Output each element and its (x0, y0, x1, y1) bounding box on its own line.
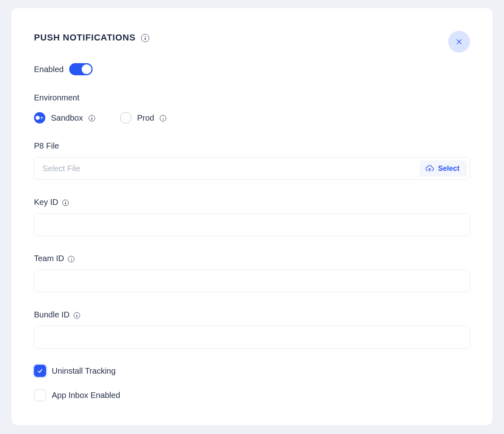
info-icon[interactable] (89, 115, 95, 121)
radio-sandbox-label: Sandbox (51, 113, 83, 123)
enabled-label: Enabled (34, 65, 64, 74)
info-icon[interactable] (68, 256, 74, 262)
teamid-input[interactable] (34, 270, 470, 292)
p8file-input[interactable] (34, 157, 470, 180)
teamid-label: Team ID (34, 254, 64, 263)
app-inbox-label: App Inbox Enabled (52, 391, 120, 400)
bundleid-input[interactable] (34, 326, 470, 349)
toggle-knob (82, 64, 91, 74)
info-icon[interactable] (160, 115, 166, 121)
check-icon (37, 368, 43, 374)
close-button[interactable] (448, 31, 470, 53)
select-file-button-label: Select (438, 164, 460, 173)
app-inbox-checkbox[interactable] (34, 389, 46, 401)
info-icon[interactable] (62, 200, 69, 206)
radio-sandbox[interactable]: Sandbox (34, 112, 95, 123)
keyid-input[interactable] (34, 213, 470, 236)
info-icon[interactable] (141, 34, 149, 42)
page-title: PUSH NOTIFICATIONS (34, 32, 136, 43)
enabled-toggle[interactable] (69, 63, 93, 75)
uninstall-tracking-label: Uninstall Tracking (52, 366, 116, 376)
push-notifications-card: PUSH NOTIFICATIONS Enabled Environment S… (11, 8, 493, 425)
close-icon (455, 38, 463, 45)
p8file-label: P8 File (34, 141, 470, 151)
upload-cloud-icon (425, 164, 434, 173)
info-icon[interactable] (74, 312, 80, 319)
radio-prod[interactable]: Prod (120, 112, 166, 123)
uninstall-tracking-checkbox[interactable] (34, 365, 46, 377)
select-file-button[interactable]: Select (419, 160, 467, 177)
keyid-label: Key ID (34, 198, 58, 207)
environment-label: Environment (34, 93, 470, 102)
radio-prod-label: Prod (137, 113, 154, 123)
bundleid-label: Bundle ID (34, 310, 70, 319)
